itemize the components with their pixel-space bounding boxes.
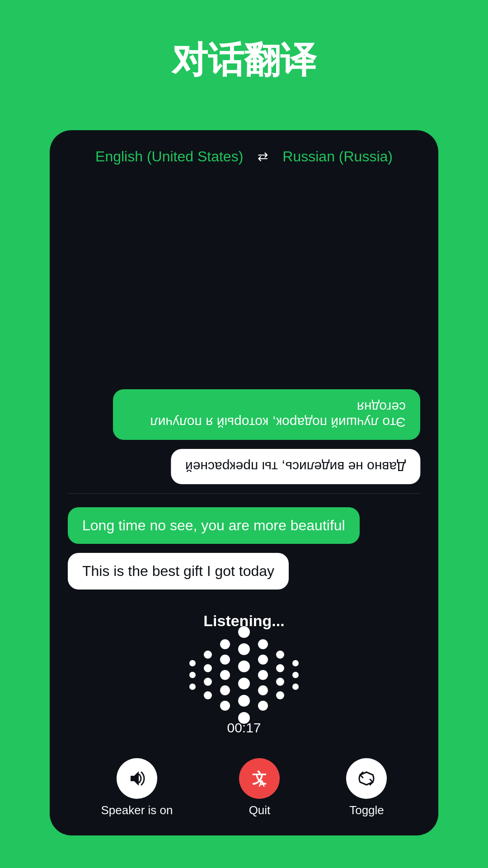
dot	[220, 639, 230, 649]
message-white: This is the best gift I got today	[68, 553, 289, 590]
dot	[204, 678, 212, 686]
dot	[292, 660, 299, 666]
dot	[204, 651, 212, 659]
speaker-label: Speaker is on	[101, 803, 173, 817]
speaker-button[interactable]	[117, 758, 157, 799]
dot	[189, 660, 196, 666]
message-green: Long time no see, you are more beautiful	[68, 507, 360, 544]
dot	[220, 685, 230, 695]
dot	[220, 670, 230, 680]
dot	[258, 655, 268, 665]
dot	[238, 626, 250, 638]
toggle-label: Toggle	[349, 803, 384, 817]
message-flipped-white: Давно не виделись, ты прекрасней	[171, 449, 420, 484]
dot	[238, 678, 250, 689]
wave-col-1	[189, 660, 196, 690]
normal-messages: Long time no see, you are more beautiful…	[68, 494, 420, 594]
wave-col-7	[292, 660, 299, 690]
dot	[258, 701, 268, 711]
waveform	[189, 639, 299, 711]
dot	[220, 701, 230, 711]
source-language[interactable]: English (United States)	[95, 148, 243, 165]
translate-icon: 文 A	[249, 768, 270, 789]
swap-icon[interactable]: ⇄	[258, 149, 268, 164]
dot	[238, 660, 250, 672]
main-card: English (United States) ⇄ Russian (Russi…	[50, 130, 438, 835]
wave-col-3	[220, 639, 230, 711]
page-title: 对话翻译	[172, 36, 316, 85]
dot	[276, 651, 284, 659]
dot	[238, 643, 250, 655]
dot	[258, 685, 268, 695]
quit-control: 文 A Quit	[239, 758, 280, 817]
dot	[238, 695, 250, 707]
toggle-icon	[357, 769, 376, 788]
dot	[276, 678, 284, 686]
bottom-controls: Speaker is on 文 A Quit	[50, 749, 438, 835]
speaker-icon	[127, 769, 147, 788]
quit-button[interactable]: 文 A	[239, 758, 280, 799]
toggle-control: Toggle	[346, 758, 387, 817]
dot	[204, 691, 212, 699]
listening-section: Listening...	[50, 603, 438, 749]
target-language[interactable]: Russian (Russia)	[282, 148, 393, 165]
wave-col-5	[258, 639, 268, 711]
dot	[258, 670, 268, 680]
dot	[276, 664, 284, 672]
dot	[258, 639, 268, 649]
dot	[292, 672, 299, 678]
dot	[204, 664, 212, 672]
svg-text:A: A	[258, 778, 265, 788]
wave-col-2	[204, 651, 212, 699]
wave-col-4	[238, 626, 250, 724]
messages-area: Это лучший подарок, который я получил се…	[50, 179, 438, 603]
message-flipped-green: Это лучший подарок, который я получил се…	[113, 389, 420, 440]
quit-label: Quit	[249, 803, 271, 817]
dot	[189, 672, 196, 678]
dot	[189, 684, 196, 690]
speaker-control: Speaker is on	[101, 758, 173, 817]
toggle-button[interactable]	[346, 758, 387, 799]
flipped-messages: Это лучший подарок, который я получил се…	[68, 188, 420, 493]
timer: 00:17	[227, 720, 261, 736]
dot	[292, 684, 299, 690]
wave-col-6	[276, 651, 284, 699]
dot	[276, 691, 284, 699]
language-bar: English (United States) ⇄ Russian (Russi…	[50, 148, 438, 179]
dot	[220, 655, 230, 665]
